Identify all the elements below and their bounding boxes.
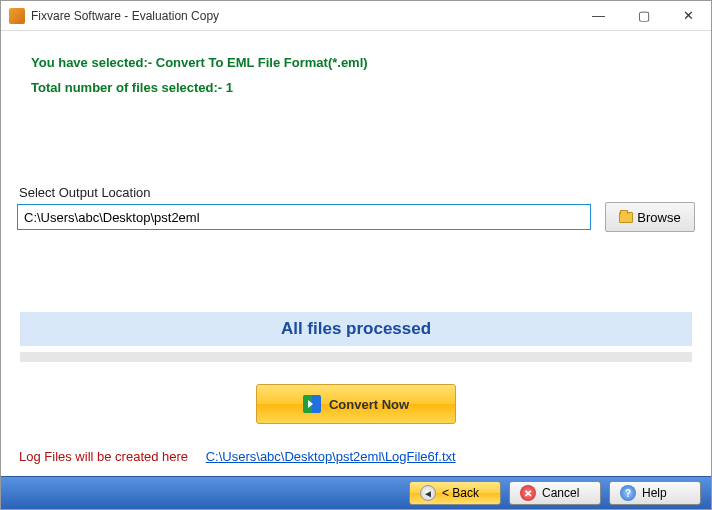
status-banner: All files processed bbox=[20, 312, 692, 346]
back-icon: ◄ bbox=[420, 485, 436, 501]
convert-now-button[interactable]: Convert Now bbox=[256, 384, 456, 424]
convert-icon bbox=[303, 395, 321, 413]
selected-format-text: You have selected:- Convert To EML File … bbox=[31, 55, 695, 70]
output-location-label: Select Output Location bbox=[19, 185, 695, 200]
browse-button[interactable]: Browse bbox=[605, 202, 695, 232]
footer-bar: ◄ < Back ✕ Cancel ? Help bbox=[1, 476, 711, 509]
output-path-row: Browse bbox=[17, 202, 695, 232]
help-label: Help bbox=[642, 486, 667, 500]
file-count-text: Total number of files selected:- 1 bbox=[31, 80, 695, 95]
close-button[interactable]: ✕ bbox=[666, 1, 711, 30]
progress-bar bbox=[20, 352, 692, 362]
minimize-button[interactable]: — bbox=[576, 1, 621, 30]
back-button[interactable]: ◄ < Back bbox=[409, 481, 501, 505]
help-button[interactable]: ? Help bbox=[609, 481, 701, 505]
title-left: Fixvare Software - Evaluation Copy bbox=[9, 8, 219, 24]
maximize-button[interactable]: ▢ bbox=[621, 1, 666, 30]
log-file-link[interactable]: C:\Users\abc\Desktop\pst2eml\LogFile6f.t… bbox=[206, 449, 456, 464]
help-icon: ? bbox=[620, 485, 636, 501]
convert-wrap: Convert Now bbox=[17, 384, 695, 424]
cancel-button[interactable]: ✕ Cancel bbox=[509, 481, 601, 505]
status-text: All files processed bbox=[281, 319, 431, 339]
browse-label: Browse bbox=[637, 210, 680, 225]
title-bar: Fixvare Software - Evaluation Copy — ▢ ✕ bbox=[1, 1, 711, 31]
back-label: < Back bbox=[442, 486, 479, 500]
convert-label: Convert Now bbox=[329, 397, 409, 412]
output-path-input[interactable] bbox=[17, 204, 591, 230]
app-icon bbox=[9, 8, 25, 24]
window-title: Fixvare Software - Evaluation Copy bbox=[31, 9, 219, 23]
content-area: You have selected:- Convert To EML File … bbox=[1, 31, 711, 424]
log-label: Log Files will be created here bbox=[19, 449, 188, 464]
app-window: Fixvare Software - Evaluation Copy — ▢ ✕… bbox=[0, 0, 712, 510]
window-controls: — ▢ ✕ bbox=[576, 1, 711, 30]
folder-icon bbox=[619, 212, 633, 223]
log-row: Log Files will be created here C:\Users\… bbox=[19, 449, 456, 464]
cancel-icon: ✕ bbox=[520, 485, 536, 501]
cancel-label: Cancel bbox=[542, 486, 579, 500]
